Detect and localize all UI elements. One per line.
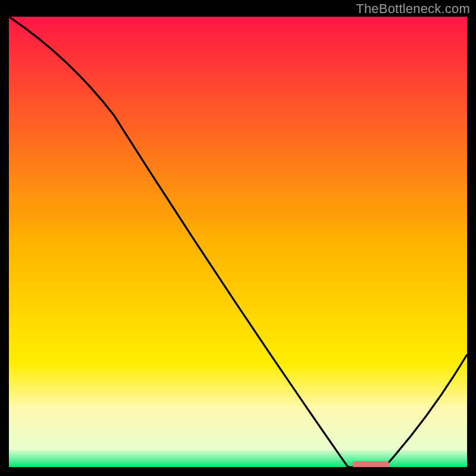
bottleneck-line-chart — [9, 17, 467, 467]
optimal-range-marker — [353, 461, 390, 467]
gradient-background — [9, 17, 467, 467]
chart-frame: TheBottleneck.com — [0, 0, 476, 476]
watermark-text: TheBottleneck.com — [356, 1, 470, 17]
chart-plot-area — [9, 17, 467, 467]
